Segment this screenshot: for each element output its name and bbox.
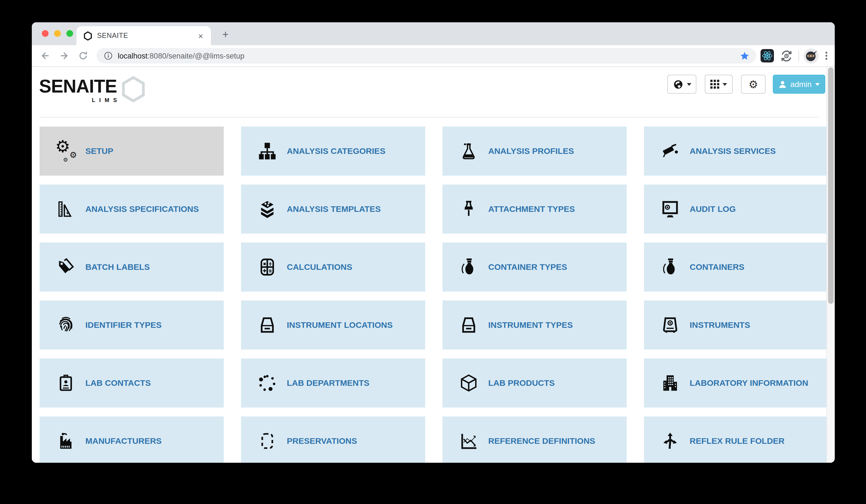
session-sync-extension-icon[interactable]	[778, 48, 794, 64]
settings-button[interactable]: ⚙	[741, 75, 766, 94]
chevron-down-icon	[815, 83, 819, 85]
drawer-icon	[258, 316, 277, 334]
tile-label: ANALYSIS PROFILES	[488, 146, 574, 157]
header-divider	[39, 117, 819, 118]
tile-analysis-specifications[interactable]: ANALYSIS SPECIFICATIONS	[40, 185, 224, 233]
fork-arrows-icon	[660, 432, 680, 450]
tile-instrument-locations[interactable]: INSTRUMENT LOCATIONS	[241, 300, 425, 350]
tile-preservations[interactable]: PRESERVATIONS	[241, 416, 425, 463]
browser-menu-icon[interactable]	[822, 51, 830, 61]
gear-icon: ⚙	[748, 79, 758, 90]
tile-calculations[interactable]: CALCULATIONS	[241, 242, 425, 291]
tile-label: SETUP	[85, 146, 113, 157]
tile-label: CALCULATIONS	[287, 262, 352, 273]
traffic-lights	[42, 30, 73, 37]
apps-menu-button[interactable]	[705, 75, 733, 94]
tile-label: ANALYSIS CATEGORIES	[287, 146, 385, 157]
tile-identifier-types[interactable]: IDENTIFIER TYPES	[40, 300, 224, 350]
desktop: SENAITE × + localhost:8080/senaite/@@lim…	[0, 0, 866, 504]
site-info-icon[interactable]	[104, 51, 113, 60]
flask-pour-icon	[660, 141, 680, 161]
gears-icon: ⚙⚙⚙	[56, 141, 75, 161]
tab-title: SENAITE	[97, 32, 196, 39]
flask-icon	[459, 141, 478, 161]
url-path: :8080/senaite/@@lims-setup	[147, 51, 245, 60]
tile-analysis-profiles[interactable]: ANALYSIS PROFILES	[443, 127, 626, 176]
new-tab-button[interactable]: +	[218, 27, 233, 42]
tile-label: INSTRUMENT LOCATIONS	[287, 319, 392, 331]
ruler-triangle-icon	[56, 199, 75, 219]
tile-reference-definitions[interactable]: REFERENCE DEFINITIONS	[443, 416, 626, 463]
factory-icon	[56, 432, 75, 450]
react-devtools-extension-icon[interactable]	[759, 48, 775, 64]
profile-avatar[interactable]	[803, 48, 819, 63]
logo-hexagon-icon	[121, 76, 145, 103]
page-scrollbar[interactable]	[826, 67, 835, 463]
address-bar[interactable]: localhost:8080/senaite/@@lims-setup	[97, 48, 756, 64]
tags-icon	[56, 257, 75, 276]
toolbar-divider	[799, 50, 799, 61]
tile-attachment-types[interactable]: ATTACHMENT TYPES	[443, 185, 626, 233]
id-badge-icon	[56, 374, 75, 392]
tile-label: LAB CONTACTS	[85, 377, 151, 389]
url-text: localhost:8080/senaite/@@lims-setup	[118, 51, 740, 60]
tile-label: LABORATORY INFORMATION	[690, 377, 808, 389]
minimize-window-button[interactable]	[54, 30, 61, 37]
tile-batch-labels[interactable]: BATCH LABELS	[40, 242, 224, 291]
tile-label: PRESERVATIONS	[287, 435, 357, 447]
tile-laboratory-information[interactable]: LABORATORY INFORMATION	[644, 358, 826, 408]
language-menu-button[interactable]	[667, 75, 696, 94]
user-menu-button[interactable]: admin	[773, 75, 825, 94]
nodes-circle-icon	[258, 374, 277, 392]
tile-analysis-templates[interactable]: ANALYSIS TEMPLATES	[241, 185, 425, 233]
tile-label: INSTRUMENT TYPES	[488, 319, 573, 331]
tile-instrument-types[interactable]: INSTRUMENT TYPES	[443, 300, 626, 350]
tile-label: AUDIT LOG	[690, 204, 736, 215]
jar-icon	[660, 257, 680, 276]
tile-reflex-rule-folder[interactable]: REFLEX RULE FOLDER	[644, 416, 826, 463]
sitemap-icon	[258, 141, 277, 161]
drawer-icon	[459, 316, 478, 334]
tile-audit-log[interactable]: AUDIT LOG	[644, 185, 826, 233]
bookmark-star-icon[interactable]	[740, 51, 750, 60]
reload-icon[interactable]	[75, 48, 91, 64]
page-content: SENAITE LIMS	[32, 67, 826, 463]
tile-label: MANUFACTURERS	[85, 435, 162, 447]
tile-label: IDENTIFIER TYPES	[85, 319, 162, 331]
chevron-down-icon	[723, 83, 727, 85]
tile-instruments[interactable]: INSTRUMENTS	[644, 300, 826, 350]
close-tab-icon[interactable]: ×	[196, 31, 206, 41]
back-icon[interactable]	[37, 48, 53, 64]
globe-icon	[673, 79, 683, 90]
close-window-button[interactable]	[42, 30, 48, 37]
jar-icon	[459, 257, 478, 276]
tile-analysis-services[interactable]: ANALYSIS SERVICES	[644, 127, 826, 176]
logo-subtext: LIMS	[92, 97, 121, 103]
tile-lab-departments[interactable]: LAB DEPARTMENTS	[241, 358, 425, 408]
tile-label: REFLEX RULE FOLDER	[690, 435, 785, 447]
forward-icon[interactable]	[56, 48, 72, 64]
chart-lines-icon	[459, 432, 478, 450]
tile-analysis-categories[interactable]: ANALYSIS CATEGORIES	[241, 127, 425, 176]
zoom-window-button[interactable]	[66, 30, 73, 37]
tile-label: CONTAINER TYPES	[488, 262, 567, 273]
drawer-eye-icon	[660, 316, 680, 334]
hexagon-favicon-icon	[84, 31, 92, 41]
pushpin-icon	[459, 199, 478, 219]
tile-manufacturers[interactable]: MANUFACTURERS	[40, 416, 224, 463]
senaite-logo[interactable]: SENAITE LIMS	[39, 77, 145, 103]
tile-container-types[interactable]: CONTAINER TYPES	[443, 242, 626, 291]
tile-lab-products[interactable]: LAB PRODUCTS	[443, 358, 626, 408]
user-icon	[779, 80, 787, 88]
tile-setup[interactable]: ⚙⚙⚙SETUP	[40, 127, 224, 176]
monitor-eye-icon	[660, 199, 680, 219]
tile-label: ANALYSIS SERVICES	[690, 146, 776, 157]
scrollbar-thumb[interactable]	[828, 67, 834, 304]
tile-lab-contacts[interactable]: LAB CONTACTS	[40, 358, 224, 408]
tile-label: INSTRUMENTS	[690, 319, 750, 331]
tab-strip: SENAITE × +	[32, 22, 835, 45]
tile-containers[interactable]: CONTAINERS	[644, 242, 826, 291]
tile-label: ANALYSIS SPECIFICATIONS	[85, 204, 199, 215]
fingerprint-icon	[56, 316, 75, 334]
browser-tab[interactable]: SENAITE ×	[76, 26, 211, 45]
